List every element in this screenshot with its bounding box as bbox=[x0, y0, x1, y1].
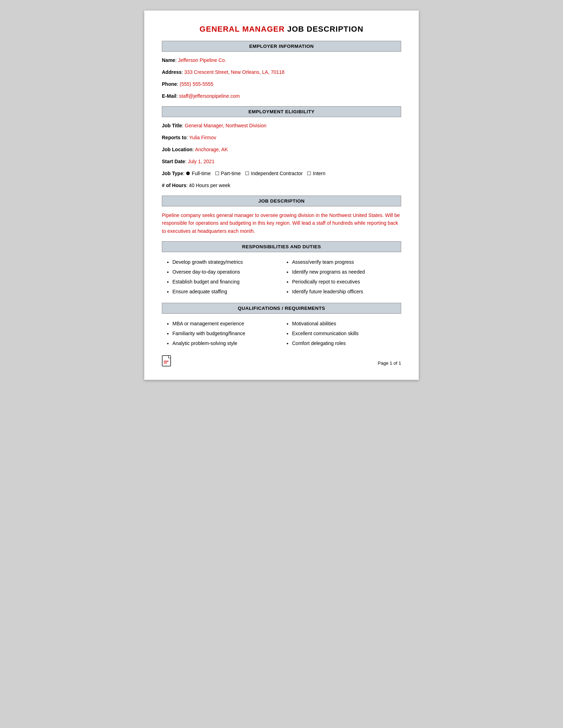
employer-address-label: Address bbox=[162, 69, 182, 75]
job-title-row: Job Title: General Manager, Northwest Di… bbox=[162, 122, 401, 129]
employer-name-label: Name bbox=[162, 57, 175, 63]
list-item: Analytic problem-solving style bbox=[172, 338, 282, 348]
job-description-header: JOB DESCRIPTION bbox=[162, 196, 401, 206]
employer-phone-label: Phone bbox=[162, 81, 177, 87]
list-item: Oversee day-to-day operations bbox=[172, 267, 282, 277]
title-red: GENERAL MANAGER bbox=[200, 25, 285, 33]
svg-rect-2 bbox=[164, 361, 169, 362]
employer-name-row: Name: Jefferson Pipeline Co. bbox=[162, 57, 401, 64]
responsibilities-list: Develop growth strategy/metrics Oversee … bbox=[162, 257, 401, 296]
list-item: Identify new programs as needed bbox=[292, 267, 401, 277]
employer-name-value: Jefferson Pipeline Co. bbox=[178, 57, 226, 63]
hours-row: # of Hours: 40 Hours per week bbox=[162, 182, 401, 189]
list-item: Excellent communication skills bbox=[292, 328, 401, 338]
job-location-label: Job Location bbox=[162, 147, 192, 152]
job-location-value: Anchorage, AK bbox=[195, 147, 228, 152]
reports-to-label: Reports to bbox=[162, 135, 186, 140]
hours-label: # of Hours bbox=[162, 183, 186, 188]
responsibilities-left-col: Develop growth strategy/metrics Oversee … bbox=[162, 257, 282, 296]
job-type-row: Job Type: ⚈ Full-time ☐ Part-time ☐ Inde… bbox=[162, 170, 401, 177]
employer-phone-value: (555) 555-5555 bbox=[180, 81, 214, 87]
qualifications-left-col: MBA or management experience Familiarity… bbox=[162, 319, 282, 348]
responsibilities-header: RESPONSIBILITIES AND DUTIES bbox=[162, 241, 401, 252]
hours-value: 40 Hours per week bbox=[189, 183, 230, 188]
job-location-row: Job Location: Anchorage, AK bbox=[162, 146, 401, 153]
employer-info-section: EMPLOYER INFORMATION Name: Jefferson Pip… bbox=[162, 41, 401, 100]
colon-1: : bbox=[175, 57, 178, 63]
start-date-row: Start Date: July 1, 2021 bbox=[162, 158, 401, 165]
list-item: Assess/verify team progress bbox=[292, 257, 401, 267]
reports-to-value: Yulia Firmov bbox=[189, 135, 216, 140]
employer-address-value: 333 Crescent Street, New Orleans, LA, 70… bbox=[184, 69, 285, 75]
employer-info-header: EMPLOYER INFORMATION bbox=[162, 41, 401, 52]
start-date-label: Start Date bbox=[162, 159, 185, 164]
qualifications-section: QUALIFICATIONS / REQUIREMENTS MBA or man… bbox=[162, 303, 401, 348]
footer: Page 1 of 1 bbox=[162, 355, 401, 371]
qualifications-header: QUALIFICATIONS / REQUIREMENTS bbox=[162, 303, 401, 314]
list-item: Motivational abilities bbox=[292, 319, 401, 328]
checkbox-intern: ☐ Intern bbox=[307, 171, 325, 176]
list-item: Identify future leadership officers bbox=[292, 287, 401, 296]
job-title-label: Job Title bbox=[162, 123, 182, 128]
employment-eligibility-section: EMPLOYMENT ELIGIBILITY Job Title: Genera… bbox=[162, 106, 401, 189]
document-icon bbox=[162, 355, 173, 371]
job-description-section: JOB DESCRIPTION Pipeline company seeks g… bbox=[162, 196, 401, 235]
list-item: Establish budget and financing bbox=[172, 277, 282, 287]
page-number: Page 1 of 1 bbox=[378, 360, 401, 366]
start-date-value: July 1, 2021 bbox=[188, 159, 215, 164]
responsibilities-left-list: Develop growth strategy/metrics Oversee … bbox=[165, 257, 282, 296]
responsibilities-right-list: Assess/verify team progress Identify new… bbox=[285, 257, 401, 296]
page-title: GENERAL MANAGER JOB DESCRIPTION bbox=[162, 25, 401, 34]
employer-email-row: E-Mail: staff@jeffersonpipeline.com bbox=[162, 92, 401, 100]
qualifications-left-list: MBA or management experience Familiarity… bbox=[165, 319, 282, 348]
employer-address-row: Address: 333 Crescent Street, New Orlean… bbox=[162, 69, 401, 76]
qualifications-right-list: Motivational abilities Excellent communi… bbox=[285, 319, 401, 348]
list-item: MBA or management experience bbox=[172, 319, 282, 328]
document-page: GENERAL MANAGER JOB DESCRIPTION EMPLOYER… bbox=[144, 11, 419, 380]
list-item: Develop growth strategy/metrics bbox=[172, 257, 282, 267]
employer-email-value: staff@jeffersonpipeline.com bbox=[179, 93, 240, 99]
svg-rect-1 bbox=[169, 356, 171, 358]
employer-email-label: E-Mail bbox=[162, 93, 176, 99]
qualifications-right-col: Motivational abilities Excellent communi… bbox=[282, 319, 401, 348]
checkbox-contractor: ☐ Independent Contractor bbox=[245, 171, 303, 176]
svg-rect-3 bbox=[164, 363, 167, 363]
list-item: Comfort delegating roles bbox=[292, 338, 401, 348]
reports-to-row: Reports to: Yulia Firmov bbox=[162, 134, 401, 141]
checkbox-fulltime: ⚈ Full-time bbox=[186, 171, 211, 176]
job-description-text: Pipeline company seeks general manager t… bbox=[162, 211, 401, 235]
responsibilities-section: RESPONSIBILITIES AND DUTIES Develop grow… bbox=[162, 241, 401, 296]
qualifications-list: MBA or management experience Familiarity… bbox=[162, 319, 401, 348]
employer-phone-row: Phone: (555) 555-5555 bbox=[162, 81, 401, 88]
title-black: JOB DESCRIPTION bbox=[285, 25, 363, 33]
list-item: Ensure adequate staffing bbox=[172, 287, 282, 296]
job-type-label: Job Type bbox=[162, 171, 183, 176]
responsibilities-right-col: Assess/verify team progress Identify new… bbox=[282, 257, 401, 296]
employment-eligibility-header: EMPLOYMENT ELIGIBILITY bbox=[162, 106, 401, 117]
list-item: Familiarity with budgeting/finance bbox=[172, 328, 282, 338]
job-title-value: General Manager, Northwest Division bbox=[185, 123, 266, 128]
list-item: Periodically repot to executives bbox=[292, 277, 401, 287]
checkbox-parttime: ☐ Part-time bbox=[215, 171, 241, 176]
